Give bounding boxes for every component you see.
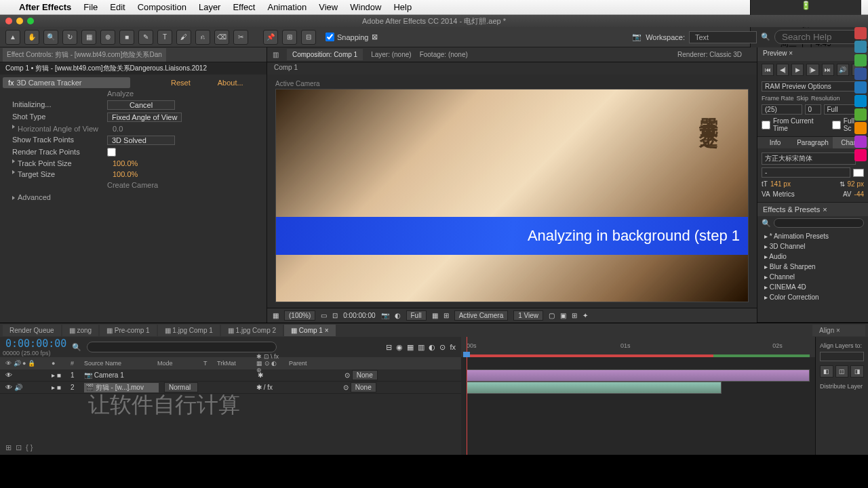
tracking-value[interactable]: -44 <box>854 190 864 198</box>
dock-icon-7[interactable] <box>854 108 867 121</box>
align-left[interactable]: ◧ <box>820 365 833 378</box>
vp-menu-icon[interactable]: ▦ <box>273 312 279 319</box>
menu-composition[interactable]: Composition <box>138 2 186 12</box>
render-tp-checkbox[interactable] <box>107 148 116 157</box>
align-right[interactable]: ◨ <box>850 365 864 378</box>
ts-value[interactable]: 100.0% <box>113 170 138 178</box>
font-dropdown[interactable]: 方正大标宋简体 <box>762 152 856 165</box>
first-frame-button[interactable]: ⏮ <box>762 64 774 76</box>
zoom-dropdown[interactable]: (100%) <box>284 310 315 321</box>
menu-animation[interactable]: Animation <box>267 2 307 12</box>
tl-toggle2[interactable]: ⊡ <box>16 443 22 452</box>
tab-1jpg2[interactable]: ▦ 1.jpg Comp 2 <box>221 325 283 336</box>
l1-parent[interactable]: None <box>352 370 378 380</box>
tl-btn1[interactable]: ⊟ <box>386 343 392 352</box>
tps-value[interactable]: 100.0% <box>113 159 138 167</box>
camera-icon[interactable]: 📷 <box>381 312 389 319</box>
composition-viewport[interactable]: Analyzing in background (step 1 <box>275 89 749 302</box>
dock-icon-3[interactable] <box>854 54 867 66</box>
menu-help[interactable]: Help <box>393 2 412 12</box>
ep-item-blur[interactable]: ▸ Blur & Sharpen <box>757 262 868 272</box>
vp-icon2[interactable]: ⊡ <box>332 312 338 319</box>
views-dropdown[interactable]: 1 View <box>513 310 543 321</box>
ep-item-animation-presets[interactable]: ▸ * Animation Presets <box>757 231 868 241</box>
about-link[interactable]: About... <box>218 79 243 87</box>
fullsc-checkbox[interactable] <box>832 121 841 129</box>
timecode[interactable]: 0:00:00:00 <box>5 338 66 350</box>
app-name[interactable]: After Effects <box>19 2 71 12</box>
tl-btn6[interactable]: ⊙ <box>439 343 446 352</box>
search-help-input[interactable] <box>774 30 863 44</box>
vp-icon9[interactable]: ✦ <box>583 312 588 319</box>
vp-time[interactable]: 0:00:00:00 <box>343 312 375 319</box>
vp-icon8[interactable]: ⊞ <box>572 312 577 319</box>
col-source[interactable]: Source Name <box>84 360 152 367</box>
menu-file[interactable]: File <box>83 2 98 12</box>
dock-icon-2[interactable] <box>854 41 867 53</box>
snap1[interactable]: ⊞ <box>282 30 297 45</box>
zoom-tool[interactable]: 🔍 <box>43 30 58 45</box>
tab-align[interactable]: Align × <box>812 325 865 336</box>
dock-icon-1[interactable] <box>854 27 867 39</box>
menu-effect[interactable]: Effect <box>233 2 255 12</box>
live-icon[interactable]: 📷 <box>632 33 642 41</box>
menu-window[interactable]: Window <box>350 2 381 12</box>
tab-composition[interactable]: Composition: Comp 1 <box>287 49 363 60</box>
comp-dd-icon[interactable]: ▥ <box>273 51 279 58</box>
pan-behind-tool[interactable]: ⊕ <box>100 30 115 45</box>
next-frame-button[interactable]: |▶ <box>806 64 818 76</box>
tab-info[interactable]: Info <box>757 137 793 148</box>
font-size[interactable]: 141 px <box>770 180 791 188</box>
selection-tool[interactable]: ▲ <box>5 30 20 45</box>
effect-header[interactable]: fx3D Camera Tracker <box>3 77 130 88</box>
tab-footage[interactable]: Footage: (none) <box>420 51 468 58</box>
ep-item-cinema4d[interactable]: ▸ CINEMA 4D <box>757 282 868 292</box>
dock-icon-8[interactable] <box>854 122 867 134</box>
fr-dropdown[interactable]: (25) <box>762 104 802 115</box>
tab-comp1[interactable]: ▦ Comp 1 × <box>284 325 335 336</box>
prev-frame-button[interactable]: ◀| <box>776 64 789 76</box>
layer-row-1[interactable]: 👁 ▸ ■ 1 📷 Camera 1 ✱ ⊙ None <box>0 369 461 382</box>
vp-icon1[interactable]: ▭ <box>321 312 327 319</box>
dock-icon-10[interactable] <box>854 149 867 161</box>
camera-dropdown[interactable]: Active Camera <box>454 310 509 321</box>
snapping-checkbox[interactable] <box>326 33 334 41</box>
tab-layer[interactable]: Layer: (none) <box>371 51 411 58</box>
vp-icon4[interactable]: ▦ <box>432 312 438 319</box>
close-button[interactable] <box>5 18 12 24</box>
timeline-track-area[interactable]: 00s 01s 02s <box>461 337 815 455</box>
ram-preview-dropdown[interactable]: RAM Preview Options <box>762 81 864 92</box>
skip-dropdown[interactable]: 0 <box>805 104 821 115</box>
layer-bar-2[interactable] <box>467 382 722 394</box>
cancel-button[interactable]: Cancel <box>107 100 175 110</box>
play-button[interactable]: ▶ <box>791 64 804 76</box>
ep-search-input[interactable] <box>774 218 864 228</box>
preview-panel-header[interactable]: Preview × <box>757 47 868 61</box>
tl-toggle1[interactable]: ⊞ <box>5 443 12 452</box>
rotate-tool[interactable]: ↻ <box>62 30 77 45</box>
tab-1jpg1[interactable]: ▦ 1.jpg Comp 1 <box>158 325 220 336</box>
tab-precomp[interactable]: ▦ Pre-comp 1 <box>100 325 156 336</box>
pen-tool[interactable]: ✎ <box>138 30 153 45</box>
renderer-value[interactable]: Classic 3D <box>709 51 742 58</box>
last-frame-button[interactable]: ⏭ <box>822 64 834 76</box>
playhead[interactable] <box>467 337 467 455</box>
roto-tool[interactable]: ✂ <box>233 30 248 45</box>
effect-controls-tab[interactable]: Effect Controls: 剪辑 - [www.bt49.com]危险关系… <box>0 47 267 62</box>
show-tp-dropdown[interactable]: 3D Solved <box>107 136 175 145</box>
menu-layer[interactable]: Layer <box>199 2 221 12</box>
tl-search-input[interactable] <box>87 342 277 352</box>
comp-breadcrumb[interactable]: Comp 1 <box>267 62 757 75</box>
camera-tool[interactable]: ▦ <box>81 30 96 45</box>
menu-edit[interactable]: Edit <box>110 2 125 12</box>
tab-zong[interactable]: ▦ zong <box>62 325 98 336</box>
tl-btn2[interactable]: ◉ <box>396 343 403 352</box>
layer-row-2[interactable]: 👁 🔊 ▸ ■ 2 🎬 剪辑 - [w...].mov Normal ✱ / f… <box>0 382 461 394</box>
clone-tool[interactable]: ⎌ <box>195 30 210 45</box>
advanced-toggle[interactable] <box>12 196 15 200</box>
zoom-button[interactable] <box>27 18 34 24</box>
ep-item-audio[interactable]: ▸ Audio <box>757 251 868 262</box>
ep-title[interactable]: Effects & Presets <box>763 205 820 214</box>
menu-view[interactable]: View <box>319 2 338 12</box>
tab-paragraph[interactable]: Paragraph <box>793 137 833 148</box>
